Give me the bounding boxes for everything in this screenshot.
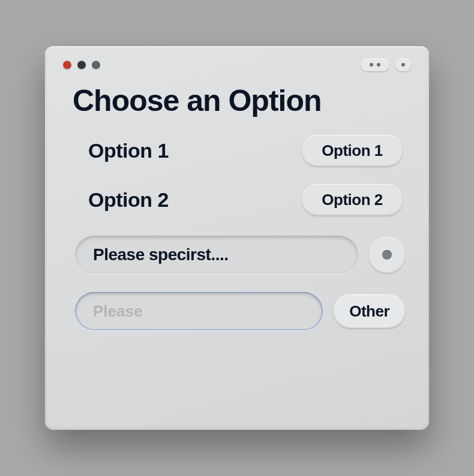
options-list: Option 1 Option 1 Option 2 Option 2 [75,135,406,215]
page-title: Choose an Option [73,83,406,118]
radio-dot-icon [382,250,392,260]
titlebar [62,57,412,80]
dot-icon [377,63,380,67]
specify-text: Please specirst.... [93,245,229,264]
titlebar-segmented-control[interactable] [361,58,389,71]
toggle-button[interactable] [369,237,405,273]
titlebar-right-controls [361,58,411,71]
maximize-icon[interactable] [92,61,100,69]
window-controls [63,61,100,69]
titlebar-button[interactable] [395,58,411,71]
option-row-1: Option 1 Option 1 [88,135,403,166]
option-1-button[interactable]: Option 1 [302,135,403,166]
other-input[interactable] [75,292,323,330]
option-row-2: Option 2 Option 2 [88,184,403,215]
other-row: Other [75,292,406,330]
close-icon[interactable] [63,61,71,69]
option-1-label: Option 1 [88,139,169,162]
option-2-button[interactable]: Option 2 [302,184,403,215]
other-button[interactable]: Other [334,294,405,328]
specify-row: Please specirst.... [75,236,406,274]
dot-icon [370,63,373,67]
minimize-icon[interactable] [77,61,86,69]
content-area: Choose an Option Option 1 Option 1 Optio… [62,80,412,330]
option-2-label: Option 2 [88,188,169,212]
dot-icon [401,63,405,67]
dialog-window: Choose an Option Option 1 Option 1 Optio… [45,46,429,430]
specify-field[interactable]: Please specirst.... [75,236,358,274]
